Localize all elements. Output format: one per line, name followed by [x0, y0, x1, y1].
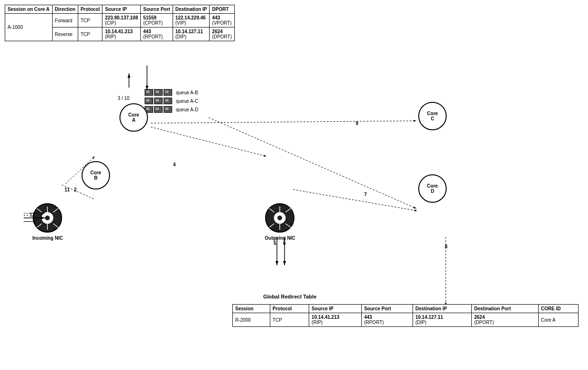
arrow-label-11: 11 [64, 187, 70, 192]
arrow-label-9: 9 [356, 121, 358, 126]
session-table: Session on Core A Direction Protocol Sou… [5, 5, 275, 41]
queue-box [154, 89, 163, 96]
outgoing-nic-label: Outgoing NIC [265, 235, 295, 241]
col-source-port: Source Port [140, 5, 173, 14]
global-redirect-title: Global Redirect Table [263, 294, 316, 299]
arrow-label-12: - - 12 [24, 212, 35, 217]
core-c: CoreC [418, 102, 447, 130]
queue-ac: queue A-C [145, 98, 198, 104]
queue-ad-label: queue A-D [176, 107, 198, 112]
dport-vport: 443(VPORT) [210, 14, 234, 27]
col-session: Session on Core A [5, 5, 53, 14]
queue-box [164, 89, 172, 96]
session-r2000: R-2000 [233, 313, 270, 327]
col-dest-ip: Destination IP [173, 5, 210, 14]
protocol-tcp-1: TCP [78, 14, 102, 27]
queue-box [154, 98, 163, 104]
global-redirect-table: Session Protocol Source IP Source Port D… [232, 304, 579, 327]
arrow-label-2: 2 [74, 187, 77, 192]
direction-forward: Forward [52, 14, 78, 27]
core-b: CoreB [82, 161, 110, 190]
arrow-label-7: 7 [364, 192, 367, 197]
dest-ip-dip: 10.14.127.11(DIP) [173, 27, 210, 41]
source-port-rport: 443(RPORT) [140, 27, 173, 41]
arrow-label-5: 5 [274, 241, 276, 246]
incoming-nic-container: Incoming NIC [32, 203, 63, 241]
col-source-ip-b: Source IP [309, 305, 362, 313]
col-protocol: Protocol [78, 5, 102, 14]
dest-port-dport-b: 2624(DPORT) [471, 313, 538, 327]
source-port-cport: 51559(CPORT) [140, 14, 173, 27]
queue-ad: queue A-D [145, 106, 198, 113]
source-ip-cip: 223.90.137.108(CIP) [102, 14, 141, 27]
arrow-label-8: 8 [445, 244, 448, 249]
network-diagram: 3 / 10 queue A-B queue A-C [0, 71, 588, 298]
core-a-label: CoreA [129, 112, 139, 123]
dest-ip-dip-b: 10.14.127.11(DIP) [413, 313, 471, 327]
queue-count: 3 / 10 [118, 96, 129, 101]
protocol-tcp-2: TCP [78, 27, 102, 41]
arrow-label-4: 4 [173, 162, 176, 167]
incoming-nic-label: Incoming NIC [32, 235, 63, 241]
core-d: CoreD [418, 174, 447, 203]
queue-box [164, 106, 172, 113]
core-b-label: CoreB [91, 170, 101, 180]
arrow-label-1: ——1 [24, 219, 36, 224]
core-a: CoreA [119, 103, 148, 132]
queue-box [154, 106, 163, 113]
session-id-a1000: A-1000 [5, 14, 53, 41]
core-c-label: CoreC [427, 111, 438, 121]
queue-ab-label: queue A-B [176, 90, 198, 95]
source-ip-rip-b: 10.14.41.213(RIP) [309, 313, 362, 327]
protocol-tcp-b: TCP [270, 313, 309, 327]
arrow-label-6: 6 [283, 241, 286, 246]
col-dport: DPORT [210, 5, 234, 14]
core-d-label: CoreD [427, 183, 438, 194]
queue-box [145, 89, 153, 96]
incoming-nic-icon [32, 203, 63, 234]
source-port-rport-b: 443(RPORT) [361, 313, 413, 327]
col-core-id: CORE ID [538, 305, 578, 313]
col-dest-port-b: Destination Port [471, 305, 538, 313]
col-direction: Direction [52, 5, 78, 14]
source-ip-rip: 10.14.41.213(RIP) [102, 27, 141, 41]
core-id-value: Core A [538, 313, 578, 327]
queue-box [145, 98, 153, 104]
queue-group: queue A-B queue A-C queue A-D [145, 89, 198, 115]
col-dest-ip-b: Destination IP [413, 305, 471, 313]
col-session-b: Session [233, 305, 270, 313]
queue-ab: queue A-B [145, 89, 198, 96]
svg-point-11 [277, 216, 282, 220]
col-protocol-b: Protocol [270, 305, 309, 313]
col-source-port-b: Source Port [361, 305, 413, 313]
col-source-ip: Source IP [102, 5, 141, 14]
dest-ip-vip: 122.14.229.46(VIP) [173, 14, 210, 27]
outgoing-nic-icon [265, 203, 295, 234]
queue-box [164, 98, 172, 104]
direction-reverse: Reverse [52, 27, 78, 41]
outgoing-nic-container: Outgoing NIC [265, 203, 295, 241]
dport-dport: 2624(DPORT) [210, 27, 234, 41]
queue-ac-label: queue A-C [176, 99, 198, 104]
svg-point-2 [45, 216, 50, 220]
